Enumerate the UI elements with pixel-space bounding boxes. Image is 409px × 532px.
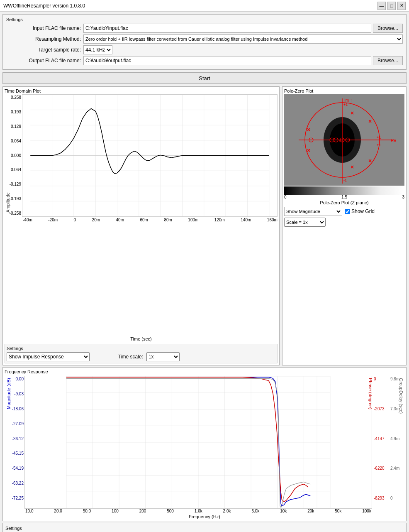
y-tick-0: 0.258: [11, 95, 21, 100]
freq-xtick-0: 10.0: [25, 509, 33, 513]
y-tick-4: 0.000: [11, 153, 21, 158]
pole-zero-title: Pole-Zero Plot: [284, 88, 404, 93]
phase-tick-3: -6220: [374, 466, 385, 471]
phase-tick-4: -8293: [374, 496, 385, 500]
svg-text:×: ×: [351, 110, 354, 116]
freq-response-panel: Frequency Response 0.00 -9.03 -18.06 -27…: [2, 367, 407, 521]
y-tick-8: -0.258: [10, 211, 21, 216]
pz-scale-select[interactable]: Scale = 1x: [284, 218, 326, 227]
x-tick-4: 40m: [116, 218, 124, 222]
time-scale-select[interactable]: 1x: [146, 352, 180, 361]
svg-text:×: ×: [307, 147, 310, 154]
freq-xtick-3: 100: [112, 509, 119, 513]
browse2-button[interactable]: Browse...: [373, 56, 403, 65]
input-flac-row: Input FLAC file name: Browse...: [6, 24, 403, 33]
output-flac-row: Output FLAC file name: Browse...: [6, 56, 403, 65]
show-impulse-select[interactable]: Show Impulse Response: [7, 352, 90, 361]
minimize-button[interactable]: —: [377, 2, 386, 10]
time-domain-svg: [22, 95, 277, 216]
svg-text:×: ×: [351, 164, 354, 170]
x-tick-0: -40m: [23, 218, 32, 222]
maximize-button[interactable]: □: [387, 2, 396, 10]
browse1-button[interactable]: Browse...: [373, 24, 403, 33]
phase-tick-0: 0: [374, 377, 376, 381]
x-tick-2: 0: [74, 218, 76, 222]
time-domain-title: Time Domain Plot: [5, 88, 278, 93]
delay-tick-2: 4.9m: [390, 436, 399, 441]
window-controls: — □ ✕: [377, 2, 406, 10]
amplitude-label: Amplitude: [5, 96, 10, 213]
freq-xtick-5: 500: [167, 509, 174, 513]
freq-xtick-9: 10k: [280, 509, 287, 513]
freq-xtick-6: 1.0k: [195, 509, 202, 513]
group-delay-label: GroupDelay (sec): [399, 378, 404, 414]
y-tick-2: 0.129: [11, 124, 21, 129]
target-sr-select[interactable]: 44.1 kHz: [83, 45, 112, 54]
db-tick-7: -63.22: [12, 481, 24, 485]
output-flac-field[interactable]: [83, 56, 371, 65]
phase-tick-1: -2073: [374, 407, 385, 411]
svg-text:×: ×: [307, 126, 310, 133]
settings-label: Settings: [6, 17, 403, 22]
db-tick-4: -36.12: [12, 436, 24, 441]
svg-text:+1: +1: [343, 103, 348, 107]
x-tick-3: 20m: [92, 218, 100, 222]
svg-text:Im ↑: Im ↑: [344, 98, 352, 103]
x-tick-9: 140m: [241, 218, 251, 222]
output-flac-label: Output FLAC file name:: [6, 58, 81, 64]
close-button[interactable]: ✕: [397, 2, 406, 10]
svg-text:+1: +1: [377, 135, 381, 140]
delay-tick-3: 2.4m: [390, 466, 399, 471]
y-tick-3: 0.064: [11, 139, 21, 143]
freq-xtick-2: 50.0: [83, 509, 91, 513]
pole-zero-image: Im ↑ Re +1 -1 +1 -1 0 ×: [284, 94, 404, 186]
svg-text:×: ×: [368, 157, 372, 164]
start-button[interactable]: Start: [2, 72, 407, 84]
svg-text:+1: +1: [377, 143, 381, 147]
pz-label-0: 0: [284, 195, 287, 199]
time-domain-panel: Time Domain Plot 0.258 0.193 0.129 0.064…: [2, 86, 280, 365]
freq-xtick-10: 20k: [307, 509, 314, 513]
db-tick-1: -9.03: [14, 392, 24, 396]
y-tick-1: 0.193: [11, 110, 21, 114]
input-flac-field[interactable]: [83, 24, 371, 33]
pz-colorbar-labels: 0 1.5 3: [284, 195, 404, 199]
freq-settings-box: Settings Frequency Scale: Logarithmic Ma…: [2, 523, 407, 532]
y-tick-7: -0.193: [10, 196, 21, 201]
freq-x-label: Frequency (Hz): [5, 514, 404, 519]
x-tick-6: 80m: [164, 218, 172, 222]
freq-response-svg: [25, 376, 372, 508]
show-grid-checkbox[interactable]: [345, 209, 350, 214]
pole-zero-panel: Pole-Zero Plot: [282, 86, 407, 365]
freq-xtick-12: 100k: [362, 509, 371, 513]
db-tick-5: -45.15: [12, 451, 24, 456]
freq-settings-label: Settings: [5, 526, 404, 531]
pz-scale-row: Scale = 1x: [284, 218, 404, 227]
time-settings-label: Settings: [7, 346, 275, 351]
db-tick-3: -27.09: [12, 422, 24, 426]
app-title: WWOfflineResampler version 1.0.8.0: [3, 3, 85, 9]
time-x-label: Time (sec): [5, 336, 278, 341]
x-tick-7: 100m: [188, 218, 198, 222]
resampling-select[interactable]: Zero order hold + IIR lowpass filter con…: [83, 34, 403, 44]
x-tick-5: 60m: [140, 218, 148, 222]
input-flac-label: Input FLAC file name:: [6, 25, 81, 31]
phase-label: Phase (degree): [368, 378, 373, 409]
pz-controls: Show Magnitude Show Grid: [284, 207, 404, 216]
show-grid-checkbox-label: Show Grid: [345, 208, 375, 214]
freq-xtick-1: 20.0: [54, 509, 62, 513]
freq-xtick-4: 200: [139, 509, 146, 513]
db-tick-8: -72.25: [12, 496, 24, 500]
y-tick-5: -0.064: [10, 167, 21, 172]
svg-text:×: ×: [368, 118, 372, 125]
phase-tick-2: -4147: [374, 436, 385, 441]
freq-xtick-7: 2.0k: [223, 509, 231, 513]
show-magnitude-select[interactable]: Show Magnitude: [284, 207, 342, 216]
x-tick-8: 120m: [214, 218, 225, 222]
resampling-label: Resampling Method:: [6, 36, 81, 42]
delay-tick-0: 9.8m: [390, 377, 399, 381]
freq-xtick-11: 50k: [335, 509, 341, 513]
svg-text:-1: -1: [343, 178, 347, 182]
pz-subtitle: Pole-Zero Plot (Z plane): [284, 200, 404, 205]
x-tick-1: -20m: [48, 218, 58, 222]
